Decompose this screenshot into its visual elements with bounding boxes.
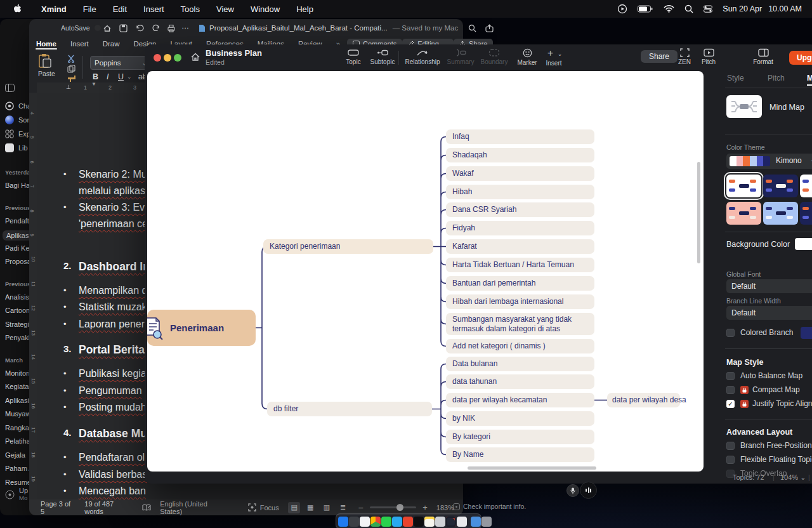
sidebar-chat-item[interactable]: Kegiatan xyxy=(5,383,32,390)
theme-select[interactable]: Kimono ⌄ xyxy=(726,154,812,169)
dock-telegram-icon[interactable] xyxy=(392,517,402,527)
topic-hibah[interactable]: Hibah xyxy=(446,185,594,199)
tab-insert[interactable]: Insert xyxy=(63,40,96,48)
view-outline-button[interactable]: ≣ xyxy=(337,502,350,513)
more-toolbar-icon[interactable]: ⋯ xyxy=(182,23,190,32)
control-center-icon[interactable] xyxy=(704,5,712,13)
underline-menu-chevron[interactable]: ⌄ xyxy=(127,74,132,80)
free-positioning-checkbox[interactable] xyxy=(726,442,735,450)
pitch-tool[interactable]: Pitch xyxy=(694,48,723,65)
sidebar-chat-item[interactable]: Penyakit xyxy=(5,334,32,341)
vertical-scrollbar[interactable] xyxy=(697,162,700,263)
bold-button[interactable]: B xyxy=(93,72,98,81)
sidebar-chat-item[interactable]: Analisis xyxy=(5,293,29,301)
format-panel-toggle[interactable]: Format xyxy=(749,48,778,65)
menu-window[interactable]: Window xyxy=(242,4,288,14)
cut-icon[interactable] xyxy=(67,55,76,63)
print-icon[interactable] xyxy=(167,24,176,32)
topic-harta-tidak-bertuan-harta-temuan[interactable]: Harta Tidak Bertuan / Harta Temuan xyxy=(446,258,594,272)
language-indicator[interactable]: English (United States) xyxy=(160,500,230,515)
menu-edit[interactable]: Edit xyxy=(105,4,135,14)
redo-icon[interactable] xyxy=(152,24,160,32)
structure-thumbnail[interactable] xyxy=(726,95,762,118)
dock-x-icon[interactable] xyxy=(414,517,424,527)
topic-tool[interactable]: Topic xyxy=(339,48,368,65)
view-read-mode-button[interactable]: ▤ xyxy=(288,502,301,513)
topic-sumbangan-masyarakat-yang-tidak-termasuk-dalam-kategori-di-atas[interactable]: Sumbangan masyarakat yang tidak termasuk… xyxy=(446,313,594,335)
font-name-select[interactable]: Poppins⌄ xyxy=(90,56,152,70)
theme-thumbnail-3[interactable] xyxy=(800,175,812,197)
menu-xmind[interactable]: Xmind xyxy=(33,4,75,14)
background-color-swatch[interactable] xyxy=(795,238,812,250)
sidebar-chat-item[interactable]: Monitori xyxy=(5,369,30,377)
sidebar-chat-item[interactable]: Pelatiha xyxy=(5,437,30,445)
topic-data-bulanan[interactable]: Data bulanan xyxy=(446,357,594,371)
zoom-slider-thumb[interactable] xyxy=(396,504,403,511)
explore-nav-item[interactable]: Exp xyxy=(5,129,30,138)
theme-thumbnail-6[interactable] xyxy=(800,202,812,225)
italic-button[interactable]: I xyxy=(107,72,108,81)
panel-tab-map[interactable]: Map xyxy=(807,74,812,86)
central-topic[interactable]: Penerimaan xyxy=(147,310,256,346)
dock-notes-icon[interactable] xyxy=(424,517,435,527)
theme-thumbnail-4[interactable] xyxy=(726,202,761,225)
insert-tool[interactable]: ＋ ⌄ Insert xyxy=(539,48,568,67)
wifi-icon[interactable] xyxy=(664,5,674,13)
word-count[interactable]: 19 of 487 words xyxy=(84,500,133,515)
topic-infaq[interactable]: Infaq xyxy=(446,129,594,144)
screen-record-icon[interactable] xyxy=(617,4,627,14)
dock-launchpad-icon[interactable] xyxy=(349,517,359,527)
close-button[interactable] xyxy=(154,54,161,62)
sidebar-chat-item[interactable]: Cartoon xyxy=(5,307,30,314)
search-icon[interactable] xyxy=(468,24,476,32)
menu-clock[interactable]: 10.00 AM xyxy=(768,4,802,13)
dock-xmind-icon[interactable] xyxy=(446,517,456,527)
dictation-mic-button[interactable] xyxy=(566,484,579,497)
copy-icon[interactable] xyxy=(67,65,75,73)
panel-tab-pitch[interactable]: Pitch xyxy=(768,74,785,82)
menu-date[interactable]: Sun 20 Apr xyxy=(723,4,762,13)
sidebar-upgrade-item[interactable]: Up Mo xyxy=(5,487,28,501)
menu-tools[interactable]: Tools xyxy=(173,4,208,14)
topic-shadaqah[interactable]: Shadaqah xyxy=(446,148,594,162)
sidebar-chat-item[interactable]: Musyaw xyxy=(5,410,30,418)
document-title[interactable]: Proposal_Aplikasi_Baitul_Mal_Aceh_Barat … xyxy=(209,24,388,32)
structure-label[interactable]: Mind Map xyxy=(769,103,804,112)
format-painter-icon[interactable] xyxy=(67,75,76,82)
sidebar-toggle-icon[interactable] xyxy=(5,84,15,92)
topic-by-kategori[interactable]: By kategori xyxy=(446,430,594,444)
branch-width-select[interactable]: Default xyxy=(726,306,812,320)
dock-finder-icon[interactable] xyxy=(338,517,348,527)
view-web-layout-button[interactable]: ▥ xyxy=(320,502,333,513)
canvas-zoom-level[interactable]: 104% ⌄ xyxy=(780,473,806,482)
view-print-layout-button[interactable]: ▦ xyxy=(304,502,317,513)
battery-icon[interactable] xyxy=(638,5,653,13)
upgrade-button[interactable]: Upgrade xyxy=(789,51,812,65)
menu-view[interactable]: View xyxy=(208,4,242,14)
flexible-floating-checkbox[interactable] xyxy=(726,456,735,464)
horizontal-scrollbar[interactable] xyxy=(468,466,596,470)
panel-tab-style[interactable]: Style xyxy=(727,74,744,82)
sidebar-chat-item[interactable]: Strategi xyxy=(5,320,29,328)
library-nav-item[interactable]: Lib xyxy=(5,143,28,152)
auto-balance-checkbox[interactable] xyxy=(726,372,735,380)
share-window-icon[interactable] xyxy=(485,24,494,32)
zoom-button[interactable] xyxy=(174,54,181,62)
dock-chrome-icon[interactable] xyxy=(370,517,381,527)
menu-insert[interactable]: Insert xyxy=(135,4,173,14)
tab-home[interactable]: Home xyxy=(29,40,63,48)
dock-downloads-folder-icon[interactable] xyxy=(471,517,481,527)
topic-data-per-wilayah-desa[interactable]: data per wilayah desa xyxy=(607,393,680,407)
dock-appstore-icon[interactable] xyxy=(435,517,445,527)
global-font-select[interactable]: Default xyxy=(726,279,812,293)
topic-wakaf[interactable]: Wakaf xyxy=(446,166,594,181)
sora-nav-item[interactable]: Sor xyxy=(5,116,29,124)
subtopic-tool[interactable]: Subtopic xyxy=(368,48,397,65)
chatgpt-nav-item[interactable]: Cha xyxy=(5,102,31,110)
topic-by-name[interactable]: By Name xyxy=(446,447,594,462)
menu-help[interactable]: Help xyxy=(288,4,322,14)
indent-marker[interactable]: ▼ xyxy=(91,81,96,87)
underline-button[interactable]: U xyxy=(118,72,124,81)
topic-kafarat[interactable]: Kafarat xyxy=(446,239,594,254)
sidebar-chat-item[interactable]: Proposa xyxy=(5,258,31,265)
